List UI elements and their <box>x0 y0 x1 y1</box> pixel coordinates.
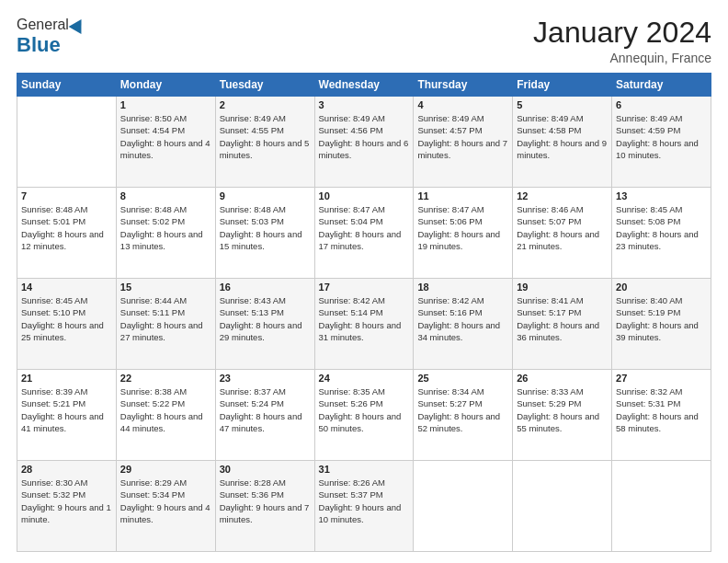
sunset-text: Sunset: 5:34 PM <box>120 489 185 500</box>
table-row: 6 Sunrise: 8:49 AM Sunset: 4:59 PM Dayli… <box>612 97 711 188</box>
sunrise-text: Sunrise: 8:39 AM <box>21 386 87 396</box>
table-row: 2 Sunrise: 8:49 AM Sunset: 4:55 PM Dayli… <box>215 97 314 188</box>
sunrise-text: Sunrise: 8:46 AM <box>517 204 583 214</box>
day-number: 20 <box>616 282 707 293</box>
sunrise-text: Sunrise: 8:49 AM <box>517 113 583 123</box>
day-info: Sunrise: 8:46 AM Sunset: 5:07 PM Dayligh… <box>517 203 608 252</box>
day-info: Sunrise: 8:32 AM Sunset: 5:31 PM Dayligh… <box>616 385 707 434</box>
day-info: Sunrise: 8:26 AM Sunset: 5:37 PM Dayligh… <box>319 477 410 525</box>
sunset-text: Sunset: 5:13 PM <box>220 307 284 317</box>
calendar-week-row: 1 Sunrise: 8:50 AM Sunset: 4:54 PM Dayli… <box>17 97 711 188</box>
col-saturday: Saturday <box>612 74 711 97</box>
calendar-week-row: 7 Sunrise: 8:48 AM Sunset: 5:01 PM Dayli… <box>17 188 711 279</box>
table-row: 31 Sunrise: 8:26 AM Sunset: 5:37 PM Dayl… <box>314 461 414 552</box>
sunrise-text: Sunrise: 8:40 AM <box>616 295 682 305</box>
day-number: 6 <box>616 99 707 110</box>
col-tuesday: Tuesday <box>215 74 314 97</box>
logo-general-text: General <box>17 17 69 33</box>
table-row: 18 Sunrise: 8:42 AM Sunset: 5:16 PM Dayl… <box>414 279 513 370</box>
day-info: Sunrise: 8:48 AM Sunset: 5:02 PM Dayligh… <box>120 203 211 252</box>
table-row: 20 Sunrise: 8:40 AM Sunset: 5:19 PM Dayl… <box>612 279 711 370</box>
day-number: 31 <box>319 464 410 475</box>
day-info: Sunrise: 8:44 AM Sunset: 5:11 PM Dayligh… <box>120 294 211 343</box>
day-number: 13 <box>616 190 707 201</box>
col-friday: Friday <box>513 74 612 97</box>
table-row: 3 Sunrise: 8:49 AM Sunset: 4:56 PM Dayli… <box>314 97 414 188</box>
col-wednesday: Wednesday <box>314 74 414 97</box>
sunset-text: Sunset: 5:08 PM <box>616 216 680 226</box>
day-info: Sunrise: 8:47 AM Sunset: 5:06 PM Dayligh… <box>417 203 508 252</box>
day-info: Sunrise: 8:33 AM Sunset: 5:29 PM Dayligh… <box>517 385 608 434</box>
location: Annequin, France <box>533 51 711 65</box>
sunset-text: Sunset: 4:55 PM <box>220 125 284 135</box>
day-number: 8 <box>120 190 211 201</box>
day-info: Sunrise: 8:47 AM Sunset: 5:04 PM Dayligh… <box>319 203 410 252</box>
sunrise-text: Sunrise: 8:30 AM <box>21 477 87 488</box>
col-thursday: Thursday <box>414 74 513 97</box>
daylight-text: Daylight: 8 hours and 17 minutes. <box>319 229 402 251</box>
day-info: Sunrise: 8:45 AM Sunset: 5:10 PM Dayligh… <box>21 294 112 343</box>
day-number: 2 <box>220 99 311 110</box>
sunset-text: Sunset: 5:01 PM <box>21 216 85 226</box>
sunrise-text: Sunrise: 8:44 AM <box>120 295 187 305</box>
daylight-text: Daylight: 9 hours and 10 minutes. <box>319 502 402 524</box>
day-info: Sunrise: 8:49 AM Sunset: 4:57 PM Dayligh… <box>417 112 508 161</box>
table-row: 30 Sunrise: 8:28 AM Sunset: 5:36 PM Dayl… <box>215 461 314 552</box>
day-info: Sunrise: 8:34 AM Sunset: 5:27 PM Dayligh… <box>417 385 508 434</box>
day-info: Sunrise: 8:42 AM Sunset: 5:14 PM Dayligh… <box>319 294 410 343</box>
daylight-text: Daylight: 8 hours and 52 minutes. <box>417 411 500 433</box>
day-info: Sunrise: 8:50 AM Sunset: 4:54 PM Dayligh… <box>120 112 211 161</box>
sunset-text: Sunset: 5:32 PM <box>21 489 85 500</box>
sunset-text: Sunset: 5:31 PM <box>616 398 680 408</box>
day-number: 10 <box>319 190 410 201</box>
calendar-header-row: Sunday Monday Tuesday Wednesday Thursday… <box>17 74 711 97</box>
table-row: 21 Sunrise: 8:39 AM Sunset: 5:21 PM Dayl… <box>17 370 117 461</box>
sunrise-text: Sunrise: 8:50 AM <box>120 113 187 123</box>
day-number: 26 <box>517 373 608 384</box>
day-number: 14 <box>21 282 112 293</box>
day-number: 4 <box>417 99 508 110</box>
day-number: 12 <box>517 190 608 201</box>
table-row: 10 Sunrise: 8:47 AM Sunset: 5:04 PM Dayl… <box>314 188 414 279</box>
daylight-text: Daylight: 8 hours and 5 minutes. <box>220 138 310 160</box>
day-info: Sunrise: 8:29 AM Sunset: 5:34 PM Dayligh… <box>120 477 211 525</box>
table-row: 29 Sunrise: 8:29 AM Sunset: 5:34 PM Dayl… <box>116 461 215 552</box>
sunrise-text: Sunrise: 8:45 AM <box>616 204 682 214</box>
sunset-text: Sunset: 5:26 PM <box>319 398 383 408</box>
day-info: Sunrise: 8:37 AM Sunset: 5:24 PM Dayligh… <box>220 385 311 434</box>
daylight-text: Daylight: 8 hours and 15 minutes. <box>220 229 302 251</box>
day-number: 19 <box>517 282 608 293</box>
daylight-text: Daylight: 8 hours and 13 minutes. <box>120 229 203 251</box>
sunset-text: Sunset: 5:14 PM <box>319 307 383 317</box>
sunrise-text: Sunrise: 8:48 AM <box>120 204 187 214</box>
logo-triangle-icon <box>68 16 87 34</box>
day-number: 24 <box>319 373 410 384</box>
table-row: 7 Sunrise: 8:48 AM Sunset: 5:01 PM Dayli… <box>17 188 117 279</box>
daylight-text: Daylight: 8 hours and 29 minutes. <box>220 320 302 342</box>
day-info: Sunrise: 8:42 AM Sunset: 5:16 PM Dayligh… <box>417 294 508 343</box>
day-info: Sunrise: 8:28 AM Sunset: 5:36 PM Dayligh… <box>220 477 311 525</box>
table-row: 14 Sunrise: 8:45 AM Sunset: 5:10 PM Dayl… <box>17 279 117 370</box>
day-info: Sunrise: 8:49 AM Sunset: 4:59 PM Dayligh… <box>616 112 707 161</box>
header: General Blue January 2024 Annequin, Fran… <box>17 17 711 65</box>
sunrise-text: Sunrise: 8:42 AM <box>319 295 385 305</box>
table-row: 1 Sunrise: 8:50 AM Sunset: 4:54 PM Dayli… <box>116 97 215 188</box>
sunset-text: Sunset: 5:16 PM <box>417 307 482 317</box>
sunset-text: Sunset: 5:24 PM <box>220 398 284 408</box>
daylight-text: Daylight: 8 hours and 34 minutes. <box>417 320 500 342</box>
sunrise-text: Sunrise: 8:32 AM <box>616 386 682 396</box>
sunrise-text: Sunrise: 8:42 AM <box>417 295 483 305</box>
day-info: Sunrise: 8:48 AM Sunset: 5:03 PM Dayligh… <box>220 203 311 252</box>
day-info: Sunrise: 8:49 AM Sunset: 4:55 PM Dayligh… <box>220 112 311 161</box>
sunset-text: Sunset: 4:58 PM <box>517 125 581 135</box>
day-number: 29 <box>120 464 211 475</box>
day-info: Sunrise: 8:45 AM Sunset: 5:08 PM Dayligh… <box>616 203 707 252</box>
sunrise-text: Sunrise: 8:35 AM <box>319 386 385 396</box>
day-number: 3 <box>319 99 410 110</box>
daylight-text: Daylight: 8 hours and 12 minutes. <box>21 229 104 251</box>
daylight-text: Daylight: 8 hours and 10 minutes. <box>616 138 699 160</box>
daylight-text: Daylight: 8 hours and 47 minutes. <box>220 411 302 433</box>
calendar-week-row: 28 Sunrise: 8:30 AM Sunset: 5:32 PM Dayl… <box>17 461 711 552</box>
daylight-text: Daylight: 8 hours and 39 minutes. <box>616 320 699 342</box>
table-row: 25 Sunrise: 8:34 AM Sunset: 5:27 PM Dayl… <box>414 370 513 461</box>
